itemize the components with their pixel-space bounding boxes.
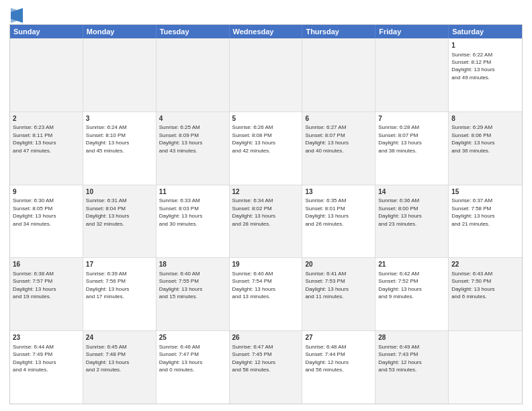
cal-cell: 5Sunrise: 6:26 AM Sunset: 8:08 PM Daylig… bbox=[230, 112, 303, 185]
day-number: 17 bbox=[86, 260, 153, 269]
day-number: 9 bbox=[13, 187, 80, 197]
cal-cell: 11Sunrise: 6:33 AM Sunset: 8:03 PM Dayli… bbox=[157, 185, 230, 258]
cell-info: Sunrise: 6:25 AM Sunset: 8:09 PM Dayligh… bbox=[159, 124, 202, 153]
week-4: 16Sunrise: 6:38 AM Sunset: 7:57 PM Dayli… bbox=[10, 257, 522, 330]
cal-cell: 22Sunrise: 6:43 AM Sunset: 7:50 PM Dayli… bbox=[449, 258, 522, 330]
day-number: 4 bbox=[159, 114, 226, 124]
cal-cell bbox=[375, 39, 449, 111]
cal-cell: 26Sunrise: 6:47 AM Sunset: 7:45 PM Dayli… bbox=[230, 331, 303, 404]
day-number: 14 bbox=[378, 187, 445, 197]
cell-info: Sunrise: 6:45 AM Sunset: 7:48 PM Dayligh… bbox=[86, 344, 129, 373]
day-number: 27 bbox=[305, 333, 372, 342]
cell-info: Sunrise: 6:28 AM Sunset: 8:07 PM Dayligh… bbox=[378, 124, 421, 153]
cal-cell: 25Sunrise: 6:46 AM Sunset: 7:47 PM Dayli… bbox=[157, 331, 230, 404]
day-number: 24 bbox=[86, 333, 153, 342]
cal-cell: 15Sunrise: 6:37 AM Sunset: 7:58 PM Dayli… bbox=[449, 185, 522, 258]
header-day-monday: Monday bbox=[83, 25, 157, 38]
day-number: 12 bbox=[232, 187, 300, 197]
cal-cell: 13Sunrise: 6:35 AM Sunset: 8:01 PM Dayli… bbox=[302, 185, 375, 258]
header-day-friday: Friday bbox=[375, 25, 449, 38]
cal-cell bbox=[83, 39, 157, 111]
cell-info: Sunrise: 6:26 AM Sunset: 8:08 PM Dayligh… bbox=[232, 124, 275, 153]
cell-info: Sunrise: 6:31 AM Sunset: 8:04 PM Dayligh… bbox=[86, 197, 129, 226]
cell-info: Sunrise: 6:36 AM Sunset: 8:00 PM Dayligh… bbox=[378, 197, 421, 226]
cell-info: Sunrise: 6:39 AM Sunset: 7:56 PM Dayligh… bbox=[86, 271, 129, 300]
day-number: 28 bbox=[378, 333, 445, 342]
cell-info: Sunrise: 6:41 AM Sunset: 7:53 PM Dayligh… bbox=[305, 271, 348, 300]
cal-cell: 28Sunrise: 6:49 AM Sunset: 7:43 PM Dayli… bbox=[375, 331, 449, 404]
cal-cell: 4Sunrise: 6:25 AM Sunset: 8:09 PM Daylig… bbox=[157, 112, 230, 185]
header-day-wednesday: Wednesday bbox=[230, 25, 303, 38]
day-number: 11 bbox=[159, 187, 226, 197]
cal-cell: 20Sunrise: 6:41 AM Sunset: 7:53 PM Dayli… bbox=[302, 258, 375, 330]
cal-cell: 3Sunrise: 6:24 AM Sunset: 8:10 PM Daylig… bbox=[83, 112, 157, 185]
day-number: 18 bbox=[159, 260, 226, 269]
day-number: 25 bbox=[159, 333, 226, 342]
cal-cell: 18Sunrise: 6:40 AM Sunset: 7:55 PM Dayli… bbox=[157, 258, 230, 330]
cell-info: Sunrise: 6:42 AM Sunset: 7:52 PM Dayligh… bbox=[378, 271, 421, 300]
cal-cell: 23Sunrise: 6:44 AM Sunset: 7:49 PM Dayli… bbox=[10, 331, 83, 404]
cell-info: Sunrise: 6:29 AM Sunset: 8:06 PM Dayligh… bbox=[451, 124, 494, 153]
day-number: 2 bbox=[13, 114, 80, 124]
week-5: 23Sunrise: 6:44 AM Sunset: 7:49 PM Dayli… bbox=[10, 330, 522, 404]
day-number: 19 bbox=[232, 260, 300, 269]
cell-info: Sunrise: 6:33 AM Sunset: 8:03 PM Dayligh… bbox=[159, 197, 202, 226]
cell-info: Sunrise: 6:23 AM Sunset: 8:11 PM Dayligh… bbox=[13, 124, 56, 153]
cell-info: Sunrise: 6:40 AM Sunset: 7:54 PM Dayligh… bbox=[232, 271, 275, 300]
day-number: 15 bbox=[451, 187, 519, 197]
cell-info: Sunrise: 6:43 AM Sunset: 7:50 PM Dayligh… bbox=[451, 271, 494, 300]
cell-info: Sunrise: 6:48 AM Sunset: 7:44 PM Dayligh… bbox=[305, 344, 348, 373]
day-number: 23 bbox=[13, 333, 80, 342]
cal-cell: 17Sunrise: 6:39 AM Sunset: 7:56 PM Dayli… bbox=[83, 258, 157, 330]
header-day-sunday: Sunday bbox=[10, 25, 83, 38]
cell-info: Sunrise: 6:46 AM Sunset: 7:47 PM Dayligh… bbox=[159, 344, 202, 373]
day-number: 26 bbox=[232, 333, 300, 342]
cal-cell: 1Sunrise: 6:22 AM Sunset: 8:12 PM Daylig… bbox=[449, 39, 522, 111]
day-number: 16 bbox=[13, 260, 80, 269]
calendar-header: SundayMondayTuesdayWednesdayThursdayFrid… bbox=[10, 25, 522, 38]
day-number: 10 bbox=[86, 187, 153, 197]
cell-info: Sunrise: 6:44 AM Sunset: 7:49 PM Dayligh… bbox=[13, 344, 56, 373]
header-day-tuesday: Tuesday bbox=[157, 25, 230, 38]
cal-cell: 21Sunrise: 6:42 AM Sunset: 7:52 PM Dayli… bbox=[375, 258, 449, 330]
cal-cell bbox=[449, 331, 522, 404]
header-day-saturday: Saturday bbox=[449, 25, 522, 38]
calendar: SundayMondayTuesdayWednesdayThursdayFrid… bbox=[9, 24, 523, 404]
logo-icon bbox=[11, 8, 23, 23]
logo bbox=[9, 9, 23, 23]
cal-cell bbox=[10, 39, 83, 111]
week-2: 2Sunrise: 6:23 AM Sunset: 8:11 PM Daylig… bbox=[10, 111, 522, 185]
calendar-body: 1Sunrise: 6:22 AM Sunset: 8:12 PM Daylig… bbox=[10, 38, 522, 404]
cell-info: Sunrise: 6:27 AM Sunset: 8:07 PM Dayligh… bbox=[305, 124, 348, 153]
cal-cell: 19Sunrise: 6:40 AM Sunset: 7:54 PM Dayli… bbox=[230, 258, 303, 330]
cal-cell: 9Sunrise: 6:30 AM Sunset: 8:05 PM Daylig… bbox=[10, 185, 83, 258]
day-number: 1 bbox=[451, 41, 519, 50]
cal-cell: 8Sunrise: 6:29 AM Sunset: 8:06 PM Daylig… bbox=[449, 112, 522, 185]
cal-cell: 14Sunrise: 6:36 AM Sunset: 8:00 PM Dayli… bbox=[375, 185, 449, 258]
day-number: 21 bbox=[378, 260, 445, 269]
week-3: 9Sunrise: 6:30 AM Sunset: 8:05 PM Daylig… bbox=[10, 185, 522, 258]
cal-cell: 10Sunrise: 6:31 AM Sunset: 8:04 PM Dayli… bbox=[83, 185, 157, 258]
day-number: 13 bbox=[305, 187, 372, 197]
week-1: 1Sunrise: 6:22 AM Sunset: 8:12 PM Daylig… bbox=[10, 38, 522, 111]
day-number: 22 bbox=[451, 260, 519, 269]
cal-cell bbox=[157, 39, 230, 111]
cal-cell: 27Sunrise: 6:48 AM Sunset: 7:44 PM Dayli… bbox=[302, 331, 375, 404]
cal-cell: 16Sunrise: 6:38 AM Sunset: 7:57 PM Dayli… bbox=[10, 258, 83, 330]
cal-cell: 7Sunrise: 6:28 AM Sunset: 8:07 PM Daylig… bbox=[375, 112, 449, 185]
cell-info: Sunrise: 6:30 AM Sunset: 8:05 PM Dayligh… bbox=[13, 197, 56, 226]
day-number: 3 bbox=[86, 114, 153, 124]
day-number: 5 bbox=[232, 114, 300, 124]
cell-info: Sunrise: 6:24 AM Sunset: 8:10 PM Dayligh… bbox=[86, 124, 129, 153]
day-number: 7 bbox=[378, 114, 445, 124]
cal-cell: 6Sunrise: 6:27 AM Sunset: 8:07 PM Daylig… bbox=[302, 112, 375, 185]
cell-info: Sunrise: 6:34 AM Sunset: 8:02 PM Dayligh… bbox=[232, 197, 275, 226]
svg-marker-1 bbox=[11, 8, 17, 23]
cal-cell bbox=[302, 39, 375, 111]
cell-info: Sunrise: 6:37 AM Sunset: 7:58 PM Dayligh… bbox=[451, 197, 494, 226]
cell-info: Sunrise: 6:40 AM Sunset: 7:55 PM Dayligh… bbox=[159, 271, 202, 300]
day-number: 8 bbox=[451, 114, 519, 124]
cell-info: Sunrise: 6:35 AM Sunset: 8:01 PM Dayligh… bbox=[305, 197, 348, 226]
cell-info: Sunrise: 6:47 AM Sunset: 7:45 PM Dayligh… bbox=[232, 344, 275, 373]
cell-info: Sunrise: 6:38 AM Sunset: 7:57 PM Dayligh… bbox=[13, 271, 56, 300]
